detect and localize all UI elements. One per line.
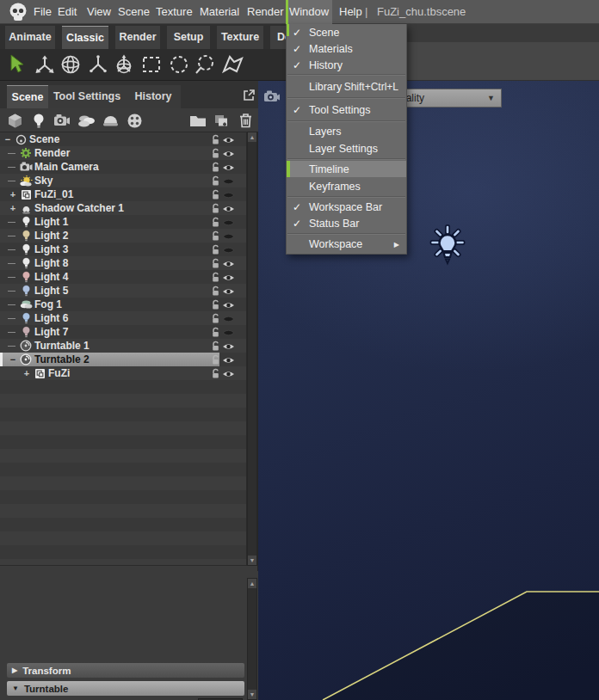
- menu-item-tool-settings[interactable]: ✓ Tool Settings: [287, 100, 406, 120]
- panel-tab-tool-settings[interactable]: Tool Settings: [48, 85, 126, 108]
- add-sky-button[interactable]: [77, 111, 96, 130]
- add-camera-button[interactable]: [52, 111, 71, 130]
- workspace-tab-animate[interactable]: Animate: [5, 26, 55, 49]
- menu-item-keyframes[interactable]: Keyframes: [287, 177, 406, 195]
- workspace-tab-setup[interactable]: Setup: [167, 26, 210, 49]
- visibility-eye-open-icon[interactable]: [222, 163, 235, 171]
- visibility-eye-open-icon[interactable]: [222, 149, 235, 157]
- menu-item-workspace-bar[interactable]: ✓ Workspace Bar: [287, 199, 406, 215]
- lock-icon[interactable]: [211, 217, 220, 228]
- rotate-tool-button[interactable]: [59, 52, 83, 77]
- visibility-eye-closed-icon[interactable]: [222, 231, 235, 240]
- collapse-expander[interactable]: −: [2, 132, 14, 146]
- menu-edit[interactable]: Edit: [52, 0, 82, 24]
- translate-tool-button[interactable]: [33, 52, 57, 77]
- expand-expander[interactable]: +: [21, 366, 33, 380]
- tree-scrollbar[interactable]: ▲ ▼: [247, 132, 257, 566]
- scroll-down-button[interactable]: ▼: [248, 690, 256, 699]
- lock-icon[interactable]: [211, 175, 220, 187]
- tree-row-light-6[interactable]: Light 6: [0, 311, 246, 325]
- tree-row-fuzi-01[interactable]: + FuZi_01: [0, 187, 246, 201]
- menu-item-timeline-highlighted[interactable]: Timeline: [287, 161, 406, 177]
- visibility-eye-closed-icon[interactable]: [222, 176, 235, 185]
- menu-item-materials[interactable]: ✓ Materials: [287, 40, 406, 57]
- lock-icon[interactable]: [211, 189, 220, 200]
- lock-icon[interactable]: [211, 341, 220, 352]
- visibility-eye-open-icon[interactable]: [222, 300, 235, 309]
- tree-row-scene[interactable]: − Scene: [0, 132, 246, 146]
- lock-icon[interactable]: [211, 286, 220, 297]
- universal-tool-button[interactable]: [112, 52, 136, 77]
- visibility-eye-open-icon[interactable]: [222, 259, 235, 267]
- lock-icon[interactable]: [211, 368, 220, 379]
- menu-help[interactable]: Help: [334, 0, 367, 24]
- visibility-eye-open-icon[interactable]: [222, 135, 235, 144]
- tree-row-fog-1[interactable]: Fog 1: [0, 298, 246, 311]
- properties-scrollbar[interactable]: ▲ ▼: [247, 578, 257, 700]
- scale-tool-button[interactable]: [86, 52, 110, 77]
- lock-icon[interactable]: [211, 203, 220, 214]
- tree-row-light-4[interactable]: Light 4: [0, 270, 246, 284]
- tree-row-light-8[interactable]: Light 8: [0, 256, 246, 270]
- lock-icon[interactable]: [211, 299, 220, 310]
- tree-row-turntable-1[interactable]: Turntable 1: [0, 339, 246, 353]
- collapse-expander[interactable]: −: [7, 353, 19, 366]
- visibility-eye-closed-icon[interactable]: [222, 328, 235, 336]
- lock-icon[interactable]: [211, 162, 220, 173]
- lock-icon[interactable]: [211, 354, 220, 365]
- add-shadow-catcher-button[interactable]: [101, 111, 120, 130]
- add-material-button[interactable]: [125, 111, 144, 130]
- workspace-tab-render[interactable]: Render: [115, 26, 160, 49]
- visibility-eye-open-icon[interactable]: [222, 286, 235, 295]
- workspace-tab-texture[interactable]: Texture: [217, 26, 263, 49]
- menu-material[interactable]: Material: [195, 0, 244, 24]
- menu-render[interactable]: Render: [242, 0, 289, 24]
- tree-row-sky[interactable]: Sky: [0, 174, 246, 187]
- visibility-eye-open-icon[interactable]: [222, 369, 235, 378]
- visibility-eye-open-icon[interactable]: [222, 273, 235, 281]
- tree-row-light-7[interactable]: Light 7: [0, 325, 246, 339]
- menu-item-scene[interactable]: ✓ Scene: [287, 24, 406, 40]
- menu-item-layer-settings[interactable]: Layer Settings: [287, 139, 406, 157]
- lock-icon[interactable]: [211, 148, 220, 159]
- new-folder-button[interactable]: [188, 111, 207, 130]
- visibility-eye-open-icon[interactable]: [222, 204, 235, 212]
- menu-texture[interactable]: Texture: [151, 0, 198, 24]
- visibility-eye-open-icon[interactable]: [222, 341, 235, 350]
- scroll-down-button[interactable]: ▼: [248, 556, 256, 565]
- menu-item-workspace[interactable]: Workspace ▶: [287, 236, 406, 253]
- poly-select-tool-button[interactable]: [220, 52, 244, 77]
- visibility-eye-closed-icon[interactable]: [222, 314, 235, 322]
- tree-row-fuzi-child[interactable]: + FuZi: [0, 366, 246, 380]
- lock-icon[interactable]: [211, 134, 220, 145]
- panel-tab-history[interactable]: History: [126, 85, 181, 108]
- panel-tab-scene[interactable]: Scene: [7, 85, 48, 108]
- add-object-button[interactable]: [5, 111, 24, 130]
- tree-row-light-5[interactable]: Light 5: [0, 284, 246, 298]
- add-light-button[interactable]: [29, 111, 48, 130]
- tree-row-render[interactable]: Render: [0, 146, 246, 160]
- visibility-eye-closed-icon[interactable]: [222, 218, 235, 226]
- menu-item-library[interactable]: Library Shift+Ctrl+L: [287, 77, 406, 96]
- lock-icon[interactable]: [211, 272, 220, 283]
- scroll-up-button[interactable]: ▲: [248, 579, 256, 588]
- lock-icon[interactable]: [211, 244, 220, 255]
- tree-row-main-camera[interactable]: Main Camera: [0, 160, 246, 174]
- lock-icon[interactable]: [211, 327, 220, 338]
- scroll-up-button[interactable]: ▲: [248, 132, 256, 142]
- delete-button[interactable]: [236, 111, 255, 130]
- menu-scene[interactable]: Scene: [113, 0, 155, 24]
- select-tool-button[interactable]: [5, 52, 29, 77]
- lock-icon[interactable]: [211, 313, 220, 324]
- transform-section-header[interactable]: ▶ Transform: [7, 663, 244, 678]
- tree-row-shadow-catcher[interactable]: + Shadow Catcher 1: [0, 201, 246, 215]
- workspace-tab-classic[interactable]: Classic: [62, 26, 108, 49]
- tree-row-light-2[interactable]: Light 2: [0, 229, 246, 243]
- menu-view[interactable]: View: [82, 0, 116, 24]
- rect-select-tool-button[interactable]: [139, 52, 164, 77]
- tree-row-light-1[interactable]: Light 1: [0, 215, 246, 229]
- lock-icon[interactable]: [211, 230, 220, 242]
- tree-row-light-3[interactable]: Light 3: [0, 243, 246, 256]
- visibility-eye-open-icon[interactable]: [222, 355, 235, 364]
- lasso-select-tool-button[interactable]: [193, 52, 217, 77]
